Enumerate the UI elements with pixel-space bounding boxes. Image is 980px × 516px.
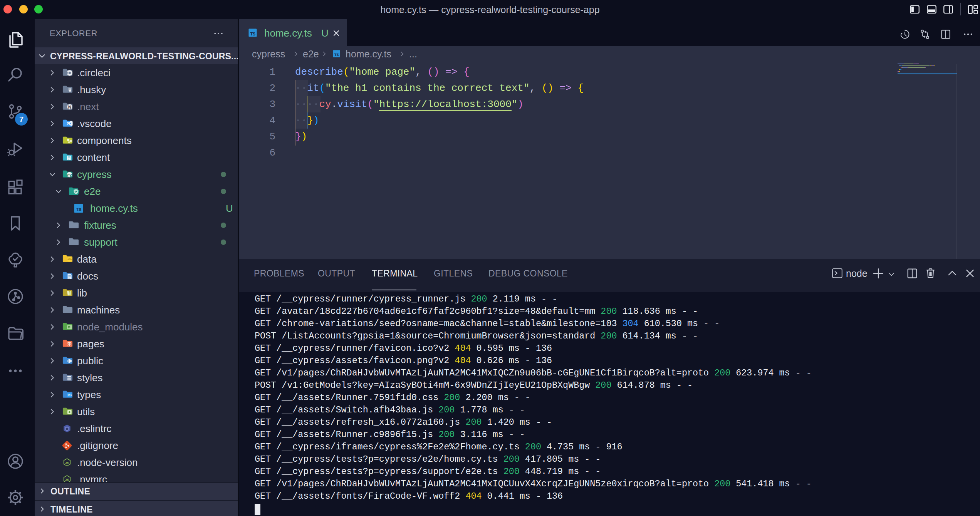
svg-text:N: N — [68, 104, 71, 109]
svg-text:JS: JS — [65, 477, 69, 482]
svg-text:cy: cy — [67, 173, 72, 177]
svg-text:TS: TS — [250, 32, 255, 36]
svg-text:JS: JS — [65, 461, 69, 465]
svg-text:TS: TS — [67, 393, 72, 397]
svg-text:TS: TS — [334, 53, 339, 57]
svg-text:TS: TS — [76, 207, 82, 212]
